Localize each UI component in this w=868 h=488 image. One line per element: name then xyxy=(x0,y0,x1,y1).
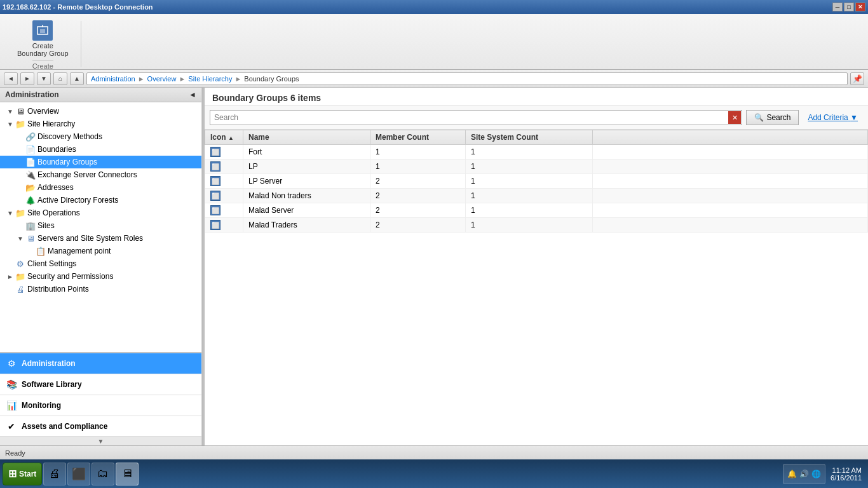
create-boundary-group-button[interactable]: CreateBoundary Group xyxy=(13,18,73,59)
tree-label-ad-forests: Active Directory Forests xyxy=(37,196,118,205)
add-criteria-button[interactable]: Add Criteria ▼ xyxy=(803,110,863,125)
nav-home-button[interactable]: ⌂ xyxy=(53,72,67,85)
nav-tab-administration[interactable]: ⚙ Administration xyxy=(0,353,201,374)
tree-expander-security[interactable]: ► xyxy=(5,271,15,281)
cell-icon: ⬜ xyxy=(205,159,243,174)
col-header-member-count[interactable]: Member Count xyxy=(370,130,466,145)
tree-label-servers-roles: Servers and Site System Roles xyxy=(37,234,143,243)
nav-tab-administration-label: Administration xyxy=(22,359,76,368)
cell-site-system-count: 1 xyxy=(466,174,593,189)
tree-item-site-operations[interactable]: ▼ 📁 Site Operations xyxy=(0,207,201,219)
col-header-site-system-count[interactable]: Site System Count xyxy=(466,130,593,145)
nav-back-button[interactable]: ◄ xyxy=(4,72,18,85)
left-panel-collapse-icon[interactable]: ◄ xyxy=(189,90,196,99)
table-body: ⬜ Fort 1 1 ⬜ LP 1 1 ⬜ LP Server 2 1 ⬜ Ma… xyxy=(205,145,868,233)
table-row[interactable]: ⬜ Malad Non traders 2 1 xyxy=(205,189,868,203)
row-icon: ⬜ xyxy=(210,176,220,186)
taskbar-btn-sccm[interactable]: 🖥 xyxy=(116,463,139,485)
software-library-nav-icon: 📚 xyxy=(5,378,18,391)
tree-item-servers-roles[interactable]: ▼ 🖥 Servers and Site System Roles xyxy=(0,232,201,245)
cell-name: LP Server xyxy=(243,174,370,189)
tree-label-exchange-connectors: Exchange Server Connectors xyxy=(37,170,137,179)
tree-label-client-settings: Client Settings xyxy=(27,259,76,268)
tree-item-security[interactable]: ► 📁 Security and Permissions xyxy=(0,270,201,283)
search-button[interactable]: 🔍 Search xyxy=(746,110,799,125)
site-operations-icon: 📁 xyxy=(15,208,25,218)
search-input[interactable] xyxy=(210,110,742,125)
taskbar-btn-explorer[interactable]: 🗂 xyxy=(92,463,114,485)
taskbar: ⊞ Start 🖨 ⬛ 🗂 🖥 🔔 🔊 🌐 11:12 AM 6/16/2011 xyxy=(0,459,868,488)
tree-item-sites[interactable]: 🏢 Sites xyxy=(0,219,201,232)
cell-name: Malad Non traders xyxy=(243,189,370,203)
start-label: Start xyxy=(19,470,36,478)
minimize-button[interactable]: ─ xyxy=(832,3,843,11)
tree-item-client-settings[interactable]: ⚙ Client Settings xyxy=(0,257,201,270)
cell-icon: ⬜ xyxy=(205,218,243,233)
tree-item-site-hierarchy[interactable]: ▼ 📁 Site Hierarchy xyxy=(0,118,201,130)
nav-tab-monitoring[interactable]: 📊 Monitoring xyxy=(0,395,201,416)
cell-name: Malad Traders xyxy=(243,218,370,233)
tree-item-ad-forests[interactable]: 🌲 Active Directory Forests xyxy=(0,194,201,207)
nav-tab-assets[interactable]: ✔ Assets and Compliance xyxy=(0,416,201,437)
tree-label-boundary-groups: Boundary Groups xyxy=(37,158,97,166)
maximize-button[interactable]: □ xyxy=(844,3,854,11)
tree-item-exchange-connectors[interactable]: 🔌 Exchange Server Connectors xyxy=(0,168,201,181)
table-row[interactable]: ⬜ Fort 1 1 xyxy=(205,145,868,159)
breadcrumb-item-site-hierarchy[interactable]: Site Hierarchy xyxy=(188,75,232,83)
search-clear-button[interactable]: ✕ xyxy=(728,111,741,124)
nav-pin-button[interactable]: 📌 xyxy=(850,72,864,85)
create-boundary-group-icon xyxy=(32,20,53,41)
table-header-row: Icon ▲ Name Member Count Site System Cou… xyxy=(205,130,868,145)
svg-rect-1 xyxy=(40,29,45,33)
content-title: Boundary Groups 6 items xyxy=(212,93,321,103)
cell-member-count: 2 xyxy=(370,174,466,189)
left-panel: Administration ◄ ▼ 🖥 Overview ▼ 📁 Site H… xyxy=(0,88,202,445)
clock-time: 11:12 AM xyxy=(831,466,862,474)
content-header: Boundary Groups 6 items xyxy=(205,88,868,106)
row-icon: ⬜ xyxy=(210,147,220,157)
clock[interactable]: 11:12 AM 6/16/2011 xyxy=(831,466,862,482)
servers-icon: 🖥 xyxy=(25,233,36,243)
nav-tab-monitoring-label: Monitoring xyxy=(22,401,61,410)
main-layout: Administration ◄ ▼ 🖥 Overview ▼ 📁 Site H… xyxy=(0,88,868,445)
overview-icon: 🖥 xyxy=(15,106,25,116)
tree-expander-servers[interactable]: ▼ xyxy=(15,233,25,243)
nav-tab-software-library[interactable]: 📚 Software Library xyxy=(0,374,201,395)
taskbar-btn-terminal[interactable]: ⬛ xyxy=(67,463,90,485)
close-button[interactable]: ✕ xyxy=(855,3,865,11)
tree-item-discovery-methods[interactable]: 🔗 Discovery Methods xyxy=(0,130,201,143)
tree-area: ▼ 🖥 Overview ▼ 📁 Site Hierarchy 🔗 Discov… xyxy=(0,102,201,352)
nav-up-button[interactable]: ▲ xyxy=(70,72,84,85)
breadcrumb-item-overview[interactable]: Overview xyxy=(147,75,177,83)
scroll-arrow[interactable]: ▼ xyxy=(0,437,201,445)
tree-item-boundaries[interactable]: 📄 Boundaries xyxy=(0,143,201,156)
table-row[interactable]: ⬜ LP Server 2 1 xyxy=(205,174,868,189)
tree-item-management-point[interactable]: 📋 Management point xyxy=(0,245,201,257)
cell-member-count: 2 xyxy=(370,189,466,203)
tree-expander-site-hierarchy[interactable]: ▼ xyxy=(5,119,15,129)
table-row[interactable]: ⬜ Malad Server 2 1 xyxy=(205,203,868,218)
title-bar: 192.168.62.102 - Remote Desktop Connecti… xyxy=(0,0,868,14)
row-icon: ⬜ xyxy=(210,161,220,172)
table-row[interactable]: ⬜ Malad Traders 2 1 xyxy=(205,218,868,233)
ribbon-group-label: Create xyxy=(32,60,53,70)
tray-icon-1: 🔔 xyxy=(787,470,797,478)
start-button[interactable]: ⊞ Start xyxy=(3,463,42,485)
tree-item-distribution-points[interactable]: 🖨 Distribution Points xyxy=(0,283,201,295)
tree-expander-site-operations[interactable]: ▼ xyxy=(5,208,15,218)
cell-member-count: 2 xyxy=(370,203,466,218)
taskbar-btn-printer[interactable]: 🖨 xyxy=(43,463,66,485)
nav-dropdown-button[interactable]: ▼ xyxy=(37,72,51,85)
table-row[interactable]: ⬜ LP 1 1 xyxy=(205,159,868,174)
tree-item-overview[interactable]: ▼ 🖥 Overview xyxy=(0,105,201,118)
cell-empty xyxy=(593,218,868,233)
nav-forward-button[interactable]: ► xyxy=(20,72,34,85)
cell-member-count: 1 xyxy=(370,159,466,174)
tree-item-boundary-groups[interactable]: 📄 Boundary Groups xyxy=(0,156,201,168)
row-icon: ⬜ xyxy=(210,191,220,201)
tree-expander-overview[interactable]: ▼ xyxy=(5,106,15,116)
breadcrumb-item-administration[interactable]: Administration xyxy=(91,75,135,83)
col-header-icon[interactable]: Icon ▲ xyxy=(205,130,243,145)
col-header-name[interactable]: Name xyxy=(243,130,370,145)
tree-item-addresses[interactable]: 📂 Addresses xyxy=(0,181,201,194)
